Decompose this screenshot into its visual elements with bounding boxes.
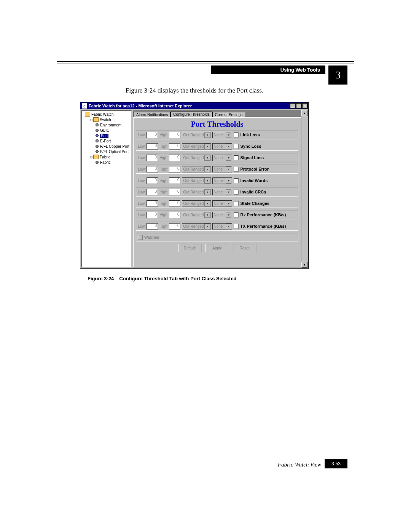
enable-checkbox[interactable] [234,167,239,172]
nav-tree: Fabric Watch ⊟Switch Environment GBIC Po… [81,110,132,268]
default-button[interactable]: Default [178,244,202,252]
tree-fabric-item[interactable]: Fabric [82,160,131,165]
enable-checkbox[interactable] [234,133,239,137]
unit-select[interactable]: None [212,189,232,195]
enable-checkbox[interactable] [234,224,239,229]
high-input[interactable]: 0 [169,177,180,184]
high-label: High: [159,144,168,149]
high-label: High: [159,224,168,228]
low-input[interactable]: 0 [147,143,158,150]
bullet-icon [96,129,99,132]
tree-switch[interactable]: ⊟Switch [82,117,131,122]
screenshot-window: e Fabric Watch for sqa12 - Microsoft Int… [80,102,309,269]
figure-number: Figure 3-24 [88,276,114,281]
tree-eport[interactable]: E-Port [82,138,131,144]
scrollbar[interactable]: ▲ ▼ [301,110,307,268]
folder-icon [93,155,99,159]
low-input[interactable]: 0 [147,166,158,173]
window-title: Fabric Watch for sqa12 - Microsoft Inter… [89,104,192,108]
tree-ffl-copper[interactable]: F/FL Copper Port [82,144,131,149]
high-label: High: [159,213,168,217]
tree-port-label: Port [100,134,108,138]
tab-current-settings[interactable]: Current Settings [212,112,245,117]
close-button[interactable]: × [302,103,307,109]
low-label: Low: [138,190,146,194]
bullet-icon [96,123,99,126]
unit-select[interactable]: None [212,166,232,173]
range-select[interactable]: Out Ranged [182,223,211,230]
intro-text: Figure 3-24 displays the thresholds for … [126,87,263,94]
unit-select[interactable]: None [212,132,232,138]
unit-select[interactable]: None [212,177,232,184]
range-select[interactable]: Out Ranged [182,166,211,173]
low-label: Low: [138,224,146,228]
high-input[interactable]: 0 [169,200,180,207]
tab-configure-thresholds[interactable]: Configure Thresholds [170,112,212,117]
row-sync-loss: Low:0 High:0 Out Ranged None Sync Loss [136,142,298,151]
low-input[interactable]: 0 [147,155,158,161]
unit-select[interactable]: None [212,143,232,150]
high-input[interactable]: 0 [169,143,180,150]
enable-checkbox[interactable] [234,155,239,160]
high-label: High: [159,179,168,183]
tree-fabric-folder[interactable]: ⊟Fabric [82,154,131,160]
watched-label: Watched [144,235,159,240]
page-rule-top-thin [57,64,354,64]
thresholds-panel: Port Thresholds Low:0 High:0 Out Ranged … [133,117,301,268]
bullet-icon [96,145,99,148]
scroll-up-icon[interactable]: ▲ [301,110,307,116]
unit-select[interactable]: None [212,212,232,218]
tree-connector: ⊟ [90,118,92,122]
tree-root[interactable]: Fabric Watch [82,112,131,117]
row-invalid-crcs: Low:0 High:0 Out Ranged None Invalid CRC… [136,187,298,197]
high-input[interactable]: 0 [169,166,180,173]
low-label: Low: [138,156,146,160]
low-input[interactable]: 0 [147,132,158,138]
enable-checkbox[interactable] [234,190,239,195]
row-label: Rx Performance (KB/s) [240,212,286,217]
row-label: Sync Loss [240,144,261,149]
low-input[interactable]: 0 [147,212,158,218]
tab-alarm-notifications[interactable]: Alarm Notifications [134,112,170,117]
range-select[interactable]: Out Ranged [182,155,211,161]
row-state-changes: Low:0 High:0 Out Ranged None State Chang… [136,199,298,208]
enable-checkbox[interactable] [234,178,239,183]
watched-checkbox[interactable] [138,235,143,240]
high-input[interactable]: 0 [169,132,180,138]
tree-ffl-optical[interactable]: F/FL Optical Port [82,149,131,154]
tree-port[interactable]: Port [82,133,131,138]
folder-icon [85,112,90,117]
unit-select[interactable]: None [212,200,232,207]
enable-checkbox[interactable] [234,212,239,217]
high-input[interactable]: 0 [169,223,180,230]
low-input[interactable]: 0 [147,189,158,195]
figure-title: Configure Threshold Tab with Port Class … [119,276,236,281]
range-select[interactable]: Out Ranged [182,177,211,184]
row-label: Signal Loss [240,155,264,160]
low-label: Low: [138,179,146,183]
range-select[interactable]: Out Ranged [182,212,211,218]
range-select[interactable]: Out Ranged [182,143,211,150]
scroll-down-icon[interactable]: ▼ [301,262,307,268]
high-input[interactable]: 0 [169,155,180,161]
range-select[interactable]: Out Ranged [182,200,211,207]
apply-button[interactable]: Apply [206,244,229,252]
enable-checkbox[interactable] [234,144,239,149]
tree-gbic-label: GBIC [100,128,109,133]
low-input[interactable]: 0 [147,223,158,230]
footer-page: 3-53 [325,459,347,468]
high-input[interactable]: 0 [169,212,180,218]
minimize-button[interactable]: _ [290,103,295,109]
unit-select[interactable]: None [212,155,232,161]
reset-button[interactable]: Reset [233,244,256,252]
range-select[interactable]: Out Ranged [182,189,211,195]
low-input[interactable]: 0 [147,177,158,184]
unit-select[interactable]: None [212,223,232,230]
tree-gbic[interactable]: GBIC [82,128,131,133]
enable-checkbox[interactable] [234,201,239,206]
range-select[interactable]: Out Ranged [182,132,211,138]
low-input[interactable]: 0 [147,200,158,207]
tree-environment[interactable]: Environment [82,122,131,128]
high-input[interactable]: 0 [169,189,180,195]
maximize-button[interactable]: □ [296,103,301,109]
